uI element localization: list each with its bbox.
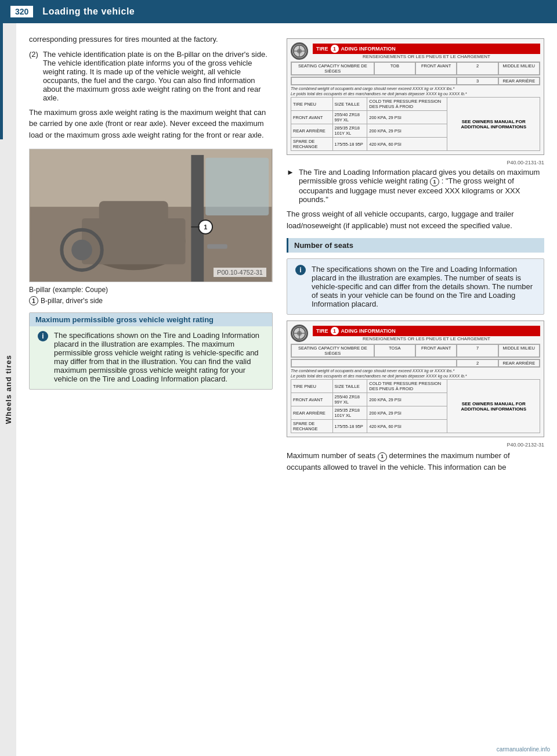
placard-subtitle-top: RENSEIGNEMENTS OR LES PNEUS ET LE CHARGE… xyxy=(313,54,540,59)
list-item-2: (2) The vehicle identification plate is … xyxy=(29,50,273,102)
arrow-text: The Tire and Loading Information placard… xyxy=(299,168,544,204)
cell-rear-tire: REAR ARRIÈRE xyxy=(291,124,333,138)
cell-b-tire-header: TIRE PNEU xyxy=(291,380,333,393)
page-header: 320 Loading the vehicle xyxy=(0,0,557,23)
placard-front-label: FRONT AVANT xyxy=(415,62,457,75)
cell-b-front-tire: FRONT AVANT xyxy=(291,393,333,406)
cell-b-spare-psi: 420 KPA, 60 PSI xyxy=(367,420,447,433)
website-label: carmanualonline.info xyxy=(497,746,550,753)
placard-bottom-seats-value: TOSA xyxy=(374,344,415,357)
placard-warning1-bottom: The combined weight of occupants and car… xyxy=(291,369,540,373)
cell-b-spare-size: 175/55-18 95P xyxy=(332,420,367,433)
placard-middle-label: MIDDLE MILIEU xyxy=(498,62,540,75)
cell-rear-psi: 200 KPA, 29 PSI xyxy=(367,124,447,138)
table-row: TIRE PNEU SIZE TAILLE COLD TIRE PRESSURE… xyxy=(291,98,540,111)
placard-front-value: 2 xyxy=(457,62,498,75)
bpillar-subcaption: 1 B-pillar, driver's side xyxy=(29,296,273,305)
placard-image-bottom: TIRE 1 ADING INFORMATION RENSEIGNEMENTS … xyxy=(287,321,544,437)
list-text-2: The vehicle identification plate is on t… xyxy=(43,50,273,102)
placard-seats-row-top: SEATING CAPACITY NOMBRE DE SIÈGES TOB FR… xyxy=(291,62,540,75)
image-ref-label: P00.10-4752-31 xyxy=(214,268,266,277)
number-of-seats-info-text: The specifications shown on the Tire and… xyxy=(312,265,536,308)
placard-bottom-front-value: 7 xyxy=(457,344,498,357)
arrow-circle-num: 1 xyxy=(430,177,439,186)
list-number-2: (2) xyxy=(29,50,38,102)
placard-seats-label: SEATING CAPACITY NOMBRE DE SIÈGES xyxy=(291,62,374,75)
placard-title-line2: ADING INFORMATION xyxy=(341,46,396,52)
svg-rect-12 xyxy=(207,244,227,249)
placard-bottom-middle-value: 2 xyxy=(457,359,498,367)
page-title: Loading the vehicle xyxy=(42,6,135,17)
number-of-seats-info-box: i The specifications shown on the Tire a… xyxy=(287,258,544,315)
cell-front-size: 255/40 ZR18 99Y XL xyxy=(332,111,367,124)
main-content: corresponding pressures for tires mounte… xyxy=(16,23,557,488)
cell-b-see-owners: SEE OWNERS MANUAL FOR ADDITIONAL INFORMA… xyxy=(447,380,540,433)
svg-text:1: 1 xyxy=(204,224,207,231)
bpillar-caption: B-pillar (example: Coupe) xyxy=(29,286,273,294)
placard-bottom-wheel-icon xyxy=(291,325,308,342)
axle-weight-paragraph: The maximum gross axle weight rating is … xyxy=(29,107,273,141)
placard-circle-top: 1 xyxy=(331,45,339,53)
max-gvwr-info-box: Maximum permissible gross vehicle weight… xyxy=(29,312,273,390)
cell-b-spare-tire: SPARE DE RECHANGE xyxy=(291,420,333,433)
gross-weight-paragraph: The gross weight of all vehicle occupant… xyxy=(287,208,544,231)
cell-b-front-psi: 200 KPA, 29 PSI xyxy=(367,393,447,406)
placard-warning2-bottom: Le poids total des occupants et des marc… xyxy=(291,374,540,378)
max-gvwr-info-row: i The specifications shown on the Tire a… xyxy=(38,331,264,383)
placard-bottom-cell-warn xyxy=(291,359,457,367)
placard-bottom-middle-label: MIDDLE MILIEU xyxy=(498,344,540,357)
cell-front-psi: 200 KPA, 29 PSI xyxy=(367,111,447,124)
cell-rear-size: 285/35 ZR18 101Y XL xyxy=(332,124,367,138)
placard-seats-value: TOB xyxy=(374,62,415,75)
number-of-seats-info-row: i The specifications shown on the Tire a… xyxy=(295,265,536,308)
arrow-paragraph: ► The Tire and Loading Information placa… xyxy=(287,168,544,204)
cell-b-rear-tire: REAR ARRIÈRE xyxy=(291,406,333,420)
max-gvwr-title: Maximum permissible gross vehicle weight… xyxy=(30,313,272,326)
svg-rect-3 xyxy=(82,218,185,264)
max-seats-paragraph: Maximum number of seats 1 determines the… xyxy=(287,450,544,473)
number-of-seats-info-icon: i xyxy=(295,265,306,275)
svg-rect-4 xyxy=(99,201,168,224)
placard-bottom-seats-label: SEATING CAPACITY NOMBRE DE SIÈGES xyxy=(291,344,374,357)
placard-circle-bottom: 1 xyxy=(331,327,339,335)
svg-rect-7 xyxy=(191,155,204,282)
cell-b-front-size: 255/40 ZR18 99Y XL xyxy=(332,393,367,406)
placard-bottom-title-line2: ADING INFORMATION xyxy=(341,328,396,334)
placard-title-red: TIRE 1 ADING INFORMATION xyxy=(313,44,540,54)
number-of-seats-heading: Number of seats xyxy=(287,238,544,253)
intro-paragraph: corresponding pressures for tires mounte… xyxy=(29,34,273,45)
placard-bottom-rear-label: REAR ARRIÈRE xyxy=(498,359,540,367)
right-column: TIRE 1 ADING INFORMATION RENSEIGNEMENTS … xyxy=(287,34,544,477)
placard-wheel-icon xyxy=(291,42,308,60)
cell-b-rear-psi: 200 KPA, 29 PSI xyxy=(367,406,447,420)
placard-top-header: TIRE 1 ADING INFORMATION RENSEIGNEMENTS … xyxy=(291,42,540,60)
cell-tire-header: TIRE PNEU xyxy=(291,98,333,111)
info-icon: i xyxy=(38,331,48,341)
placard-seats-cell-warn xyxy=(291,77,457,85)
max-seats-circle: 1 xyxy=(378,452,387,462)
table-row: TIRE PNEU SIZE TAILLE COLD TIRE PRESSURE… xyxy=(291,380,540,393)
placard-bottom-front-label: FRONT AVANT xyxy=(415,344,457,357)
cell-psi-header: COLD TIRE PRESSURE PRESSION DES PNEUS À … xyxy=(367,98,447,111)
cell-spare-tire: SPARE DE RECHANGE xyxy=(291,138,333,151)
placard-top-ref: P40.00-2131-31 xyxy=(287,160,544,165)
placard-bottom-title-line1: TIRE xyxy=(316,328,328,334)
car-interior-image: 1 P00.10-4752-31 xyxy=(30,149,272,282)
placard-middle-value: 3 xyxy=(457,77,498,85)
placard-rear-label: REAR ARRIÈRE xyxy=(498,77,540,85)
bpillar-circle-num: 1 xyxy=(29,296,38,305)
left-column: corresponding pressures for tires mounte… xyxy=(29,34,273,477)
cell-size-header: SIZE TAILLE xyxy=(332,98,367,111)
placard-seats-row-top2: 3 REAR ARRIÈRE xyxy=(291,77,540,85)
svg-rect-11 xyxy=(205,158,269,215)
bpillar-subcaption-text: B-pillar, driver's side xyxy=(41,297,103,305)
sidebar-label: Wheels and tires xyxy=(4,355,13,424)
arrow-bullet-icon: ► xyxy=(287,168,294,177)
placard-table-bottom: TIRE PNEU SIZE TAILLE COLD TIRE PRESSURE… xyxy=(291,379,540,433)
cell-b-rear-size: 285/35 ZR18 101Y XL xyxy=(332,406,367,420)
placard-bottom-header: TIRE 1 ADING INFORMATION RENSEIGNEMENTS … xyxy=(291,325,540,342)
cell-b-psi-header: COLD TIRE PRESSURE PRESSION DES PNEUS À … xyxy=(367,380,447,393)
placard-bottom-ref: P40.00-2132-31 xyxy=(287,442,544,448)
svg-point-6 xyxy=(71,240,92,261)
page-number: 320 xyxy=(10,6,33,17)
